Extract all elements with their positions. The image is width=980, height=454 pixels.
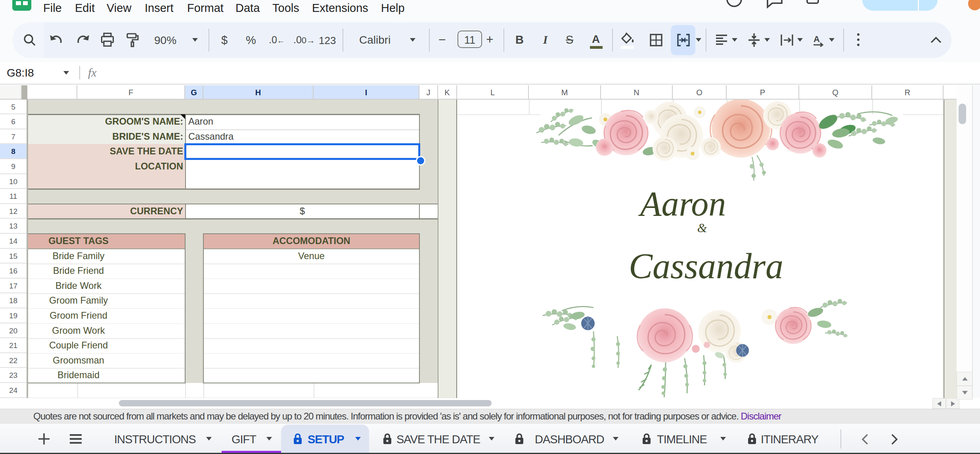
- svg-text:Aaron: Aaron: [638, 185, 726, 223]
- svg-text:&: &: [697, 221, 707, 235]
- svg-text:A: A: [813, 34, 820, 44]
- svg-text:Cassandra: Cassandra: [629, 246, 783, 286]
